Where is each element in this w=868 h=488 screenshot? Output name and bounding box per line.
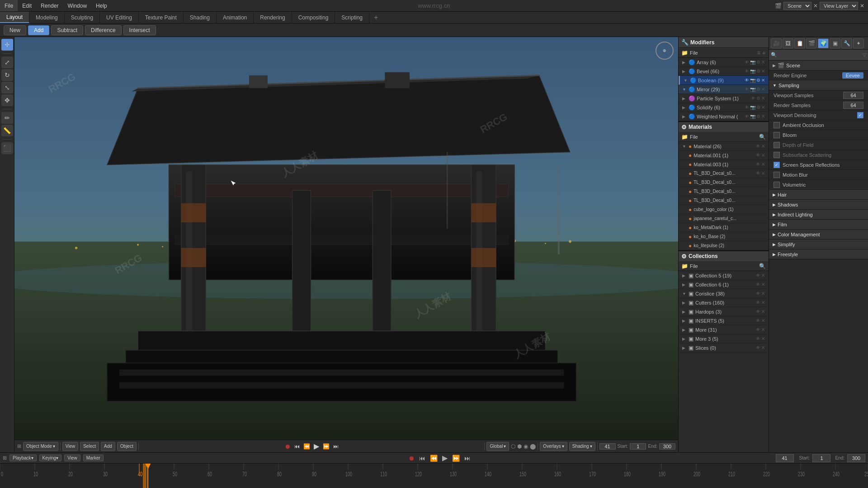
menu-edit[interactable]: Edit [18,0,36,11]
scene-icon-btn[interactable]: 🎬 [806,38,817,48]
visibility-icon[interactable]: 👁 [745,114,749,119]
viewport-denoising-checkbox[interactable]: ✓ [857,112,863,118]
indirect-lighting-section[interactable]: ▶ Indirect Lighting [769,210,868,220]
view-layer-select[interactable]: View Layer [820,2,858,10]
visibility-icon[interactable]: 👁 [745,60,749,65]
scene-expand-icon[interactable]: ▶ [773,63,776,68]
object-menu[interactable]: Object [117,442,137,451]
eye-icon[interactable]: 👁 [756,318,760,323]
add-modifier-icon[interactable]: + [762,49,766,56]
tl-prev-btn[interactable]: ⏪ [429,455,439,462]
delete-icon[interactable]: ✕ [761,60,765,65]
material-item-5[interactable]: ● TL_B3D_Decal_s0... [679,178,769,187]
x-icon[interactable]: ✕ [761,144,765,149]
playback-dropdown[interactable]: Playback▾ [9,455,37,461]
settings-icon[interactable]: ⚙ [756,60,760,65]
modifier-solidify[interactable]: ▶ 🔵 Solidify (6) 👁 📷 ⚙ ✕ [679,103,769,112]
marker-dropdown[interactable]: Marker [83,455,104,461]
rotate-tool[interactable]: ↻ [1,69,13,81]
prev-frame-button[interactable]: ⏪ [303,443,310,450]
modifier-boolean[interactable]: ▼ 🔵 Boolean (9) 👁 📷 ⚙ ✕ [679,76,769,85]
render-engine-value[interactable]: Eevee [842,72,863,79]
view-layer-icon-btn[interactable]: 📋 [794,38,805,48]
skip-start-button[interactable]: ⏮ [294,443,300,450]
material-item-8[interactable]: ● cube_logo_color (1) [679,205,769,214]
add-menu[interactable]: Add [101,442,115,451]
x-icon[interactable]: ✕ [761,327,765,332]
volumetric-row[interactable]: Volumetric [769,180,868,190]
eye-icon[interactable]: 👁 [756,153,760,158]
close-icon[interactable]: ✕ [813,3,818,9]
viewport-area[interactable]: RRCG 人人素材 RRCG 人人素材 RRCG 人人素材 ⊕ [14,37,678,440]
material-item-6[interactable]: ● TL_B3D_Decal_s0... [679,187,769,196]
x-icon[interactable]: ✕ [761,291,765,296]
collection-corislice[interactable]: ▼ ▣ Corislice (38) 👁 ✕ [679,289,769,298]
volumetric-checkbox[interactable] [774,182,780,188]
particles-icon-btn[interactable]: ✦ [853,38,864,48]
tab-scripting[interactable]: Scripting [335,12,369,23]
eye-icon[interactable]: 👁 [756,327,760,332]
collections-section-header[interactable]: ⚙ Collections [679,250,769,261]
transform-tool[interactable]: ✥ [1,94,13,106]
object-mode-dropdown[interactable]: Object Mode ▾ [23,442,58,451]
visibility-icon[interactable]: 👁 [745,69,749,74]
shading-wire-icon[interactable]: ⬡ [511,443,515,450]
settings-icon[interactable]: ⚙ [756,69,760,74]
search-icon-col[interactable]: 🔍 [759,263,766,269]
x-icon[interactable]: ✕ [761,309,765,314]
current-frame-input[interactable] [599,443,616,450]
bloom-checkbox[interactable] [774,132,780,138]
x-icon[interactable]: ✕ [761,273,765,278]
collection-6[interactable]: ▶ ▣ Collection 6 (1) 👁 ✕ [679,280,769,289]
shading-material-icon[interactable]: ◉ [524,443,528,450]
delete-icon[interactable]: ✕ [761,96,765,101]
add-workspace-button[interactable]: + [369,14,382,22]
material-item-3[interactable]: ● Material.003 (1) 👁 ✕ [679,160,769,169]
x-icon[interactable]: ✕ [761,300,765,305]
global-dropdown[interactable]: Global▾ [486,442,509,451]
camera-icon[interactable]: 📷 [750,87,755,92]
start-frame-input[interactable] [630,443,646,450]
delete-icon[interactable]: ✕ [761,78,765,83]
eye-icon[interactable]: 👁 [756,273,760,278]
materials-section-header[interactable]: ⚙ Materials [679,121,769,132]
ambient-occlusion-row[interactable]: Ambient Occlusion [769,120,868,130]
tl-skip-end-btn[interactable]: ⏭ [463,455,472,462]
tab-compositing[interactable]: Compositing [292,12,335,23]
settings-icon[interactable]: ⚙ [756,114,760,119]
keying-dropdown[interactable]: Keying▾ [39,455,62,461]
visibility-icon[interactable]: 👁 [745,105,749,110]
shading-render-icon[interactable]: ⬤ [530,443,536,450]
x-icon[interactable]: ✕ [761,345,765,350]
bloom-row[interactable]: Bloom [769,130,868,140]
modifier-particle[interactable]: ▶ 🟣 Particle System (1) 👁 ⚙ ✕ [679,94,769,103]
properties-search-input[interactable] [778,52,861,58]
collection-cutters[interactable]: ▶ ▣ Cutters (160) 👁 ✕ [679,298,769,307]
color-management-section[interactable]: ▶ Color Management [769,230,868,239]
render-icon-btn[interactable]: 🎥 [771,38,782,48]
tl-record-btn[interactable]: ⏺ [407,455,415,462]
modifier-bevel[interactable]: ▶ 🔵 Bevel (66) 👁 📷 ⚙ ✕ [679,67,769,76]
material-item-4[interactable]: ● TL_B3D_Decal_s0... 👁 ✕ [679,169,769,178]
delete-icon[interactable]: ✕ [761,87,765,92]
x-icon[interactable]: ✕ [761,162,765,167]
scene-select[interactable]: Scene [783,2,811,10]
end-frame-input[interactable] [659,443,675,450]
eye-icon[interactable]: 👁 [756,282,760,287]
render-samples-input[interactable] [843,102,863,109]
menu-file[interactable]: File [0,0,18,11]
filter-icon[interactable]: ▽ [863,52,866,58]
record-button[interactable]: ⏺ [284,443,291,450]
x-icon[interactable]: ✕ [761,318,765,323]
modifier-weighted-normal[interactable]: ▶ 🔵 Weighted Normal ( 👁 📷 ⚙ ✕ [679,112,769,121]
world-icon-btn[interactable]: 🌍 [818,38,829,48]
settings-icon[interactable]: ⚙ [756,105,760,110]
tl-next-btn[interactable]: ⏩ [451,455,461,462]
measure-tool[interactable]: 📏 [1,125,13,136]
camera-icon[interactable]: 📷 [750,69,755,74]
x-icon[interactable]: ✕ [761,282,765,287]
tab-animation[interactable]: Animation [217,12,254,23]
tab-rendering[interactable]: Rendering [254,12,292,23]
x-icon[interactable]: ✕ [761,153,765,158]
collection-hardops[interactable]: ▶ ▣ Hardops (3) 👁 ✕ [679,307,769,316]
